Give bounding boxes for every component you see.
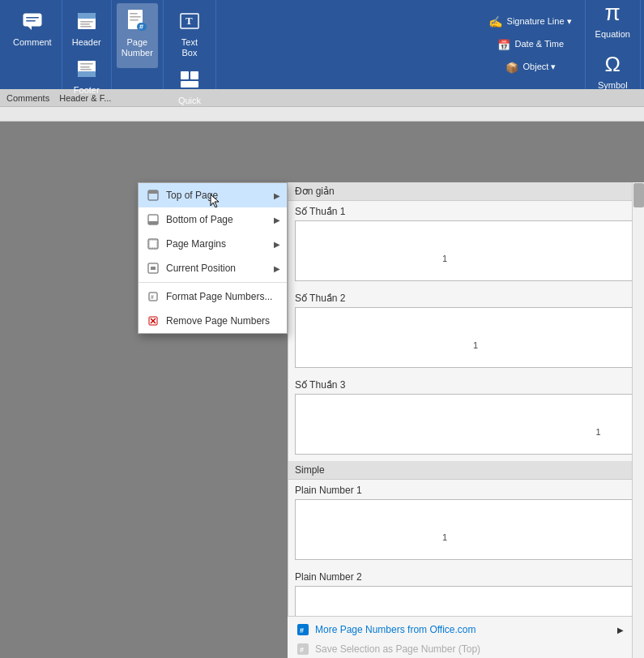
section-header-don-gian: Đơn giản — [288, 182, 644, 201]
more-page-numbers-icon: # — [296, 622, 310, 637]
equation-button[interactable]: π Equation — [591, 0, 635, 43]
page-margins-arrow: ▶ — [274, 240, 280, 249]
so-thuan-3-number: 1 — [595, 427, 600, 437]
menu-item-current-position-label: Current Position — [166, 263, 236, 274]
menu-item-remove-page-numbers[interactable]: Remove Page Numbers — [139, 309, 287, 333]
ruler — [0, 107, 644, 122]
date-time-button[interactable]: 📅 Date & Time — [491, 34, 572, 55]
text-box-button[interactable]: T TextBox — [170, 3, 209, 62]
sub-ribbon-header-footer[interactable]: Header & F... — [59, 93, 111, 103]
svg-rect-3 — [26, 20, 36, 22]
top-of-page-icon — [145, 187, 161, 203]
symbol-icon: Ω — [598, 49, 627, 79]
svg-rect-13 — [80, 69, 92, 70]
svg-rect-0 — [23, 14, 41, 26]
svg-text:#: # — [300, 626, 304, 634]
signature-line-button[interactable]: ✍ Signature Line ▾ — [483, 11, 580, 32]
menu-item-top-of-page-label: Top of Page — [166, 190, 218, 201]
header-icon — [72, 6, 101, 36]
comment-label: Comment — [13, 37, 52, 48]
menu-item-bottom-of-page[interactable]: Bottom of Page ▶ — [139, 207, 287, 232]
page-margins-icon — [145, 236, 161, 252]
sub-ribbon-comments[interactable]: Comments — [6, 93, 49, 103]
so-thuan-3-preview[interactable]: 1 — [295, 394, 638, 455]
ribbon-group-eq-sym: π Equation Ω Symbol — [586, 0, 641, 89]
scrollbar-track[interactable] — [632, 182, 644, 658]
more-arrow: ▶ — [617, 626, 624, 634]
svg-rect-2 — [26, 17, 39, 19]
so-thuan-2-label: Số Thuần 2 — [288, 288, 644, 306]
page-number-label: PageNumber — [122, 37, 153, 58]
header-button[interactable]: Header — [67, 3, 106, 51]
comment-button[interactable]: Comment — [8, 3, 57, 68]
object-label: Object ▾ — [523, 62, 557, 72]
so-thuan-2-number: 1 — [473, 340, 478, 350]
menu-item-page-margins[interactable]: Page Margins ▶ — [139, 232, 287, 256]
svg-rect-23 — [190, 71, 198, 79]
svg-marker-1 — [28, 26, 32, 30]
plain-number-1-number: 1 — [442, 532, 447, 542]
date-time-icon: 📅 — [496, 36, 512, 53]
svg-text:#: # — [151, 294, 154, 300]
ribbon-toolbar: Comment Header Footer # PageNumber T — [0, 0, 644, 89]
svg-text:T: T — [186, 15, 193, 27]
footer-button[interactable]: Footer — [67, 51, 106, 99]
menu-item-top-of-page[interactable]: Top of Page ▶ — [139, 183, 287, 207]
svg-text:#: # — [300, 646, 304, 654]
plain-number-2-label: Plain Number 2 — [288, 566, 644, 584]
top-of-page-arrow: ▶ — [274, 191, 280, 200]
header-label: Header — [72, 37, 101, 48]
plain-number-1-preview[interactable]: 1 — [295, 499, 638, 560]
scrollbar-thumb[interactable] — [633, 183, 644, 207]
so-thuan-1-number: 1 — [442, 254, 447, 263]
so-thuan-1-label: Số Thuần 1 — [288, 201, 644, 219]
svg-rect-16 — [130, 16, 141, 18]
plain-number-1-label: Plain Number 1 — [288, 480, 644, 498]
quick-parts-icon — [175, 65, 204, 94]
equation-label: Equation — [595, 29, 630, 40]
more-page-numbers-label: More Page Numbers from Office.com — [315, 624, 476, 635]
so-thuan-3-label: Số Thuần 3 — [288, 374, 644, 392]
text-box-icon: T — [175, 6, 204, 36]
section-header-simple: Simple — [288, 461, 644, 480]
svg-rect-17 — [130, 19, 139, 21]
svg-rect-8 — [80, 26, 92, 28]
current-position-arrow: ▶ — [274, 264, 280, 273]
page-number-icon: # — [122, 6, 151, 36]
comment-icon — [18, 6, 47, 36]
menu-item-format-page-numbers-label: Format Page Numbers... — [166, 291, 272, 302]
svg-rect-34 — [149, 240, 157, 248]
save-selection-label: Save Selection as Page Number (Top) — [315, 643, 480, 655]
remove-page-numbers-icon — [145, 313, 161, 329]
symbol-button[interactable]: Ω Symbol — [593, 46, 633, 94]
menu-item-remove-page-numbers-label: Remove Page Numbers — [166, 315, 270, 327]
svg-text:#: # — [139, 23, 143, 31]
menu-item-format-page-numbers[interactable]: # Format Page Numbers... — [139, 284, 287, 309]
menu-item-bottom-of-page-label: Bottom of Page — [166, 214, 233, 225]
object-button[interactable]: 📦 Object ▾ — [499, 57, 564, 78]
svg-rect-30 — [148, 190, 158, 194]
current-position-icon — [145, 260, 161, 276]
symbol-label: Symbol — [598, 80, 628, 91]
svg-rect-11 — [80, 63, 93, 65]
page-number-button[interactable]: # PageNumber — [117, 3, 158, 68]
svg-rect-10 — [78, 71, 96, 77]
page-number-panel: Đơn giản Số Thuần 1 1 Số Thuần 2 1 Số Th… — [288, 182, 644, 658]
svg-rect-33 — [148, 239, 158, 249]
menu-item-current-position[interactable]: Current Position ▶ — [139, 256, 287, 280]
bottom-of-page-icon — [145, 212, 161, 228]
ribbon-group-right: ✍ Signature Line ▾ 📅 Date & Time 📦 Objec… — [478, 0, 586, 89]
so-thuan-2-preview[interactable]: 1 — [295, 307, 638, 368]
svg-rect-12 — [80, 66, 90, 68]
svg-rect-5 — [78, 13, 96, 19]
so-thuan-1-preview[interactable]: 1 — [295, 220, 638, 281]
svg-rect-15 — [130, 13, 138, 15]
ribbon-group-page-number: # PageNumber — [112, 0, 164, 89]
save-selection-link: # Save Selection as Page Number (Top) — [292, 639, 627, 658]
svg-rect-24 — [181, 81, 198, 88]
page-number-dropdown: Top of Page ▶ Bottom of Page ▶ Page Marg… — [138, 182, 288, 334]
signature-line-label: Signature Line ▾ — [507, 16, 572, 27]
date-time-label: Date & Time — [515, 39, 565, 49]
ribbon-group-header-footer: Header Footer — [62, 0, 112, 89]
more-page-numbers-link[interactable]: # More Page Numbers from Office.com ▶ — [292, 620, 627, 639]
